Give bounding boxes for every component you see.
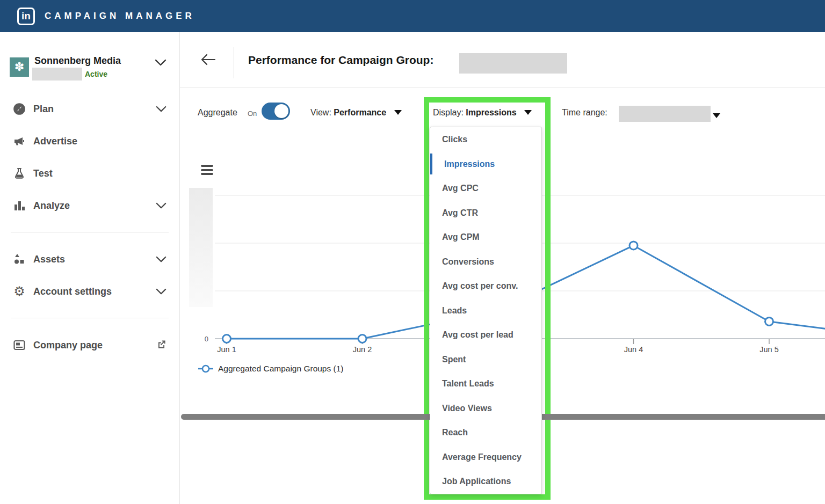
company-page-icon bbox=[12, 339, 27, 352]
svg-text:Jun 2: Jun 2 bbox=[353, 345, 372, 354]
sidebar-item-label: Advertise bbox=[33, 136, 167, 147]
display-value: Impressions bbox=[466, 108, 516, 117]
chevron-down-icon bbox=[156, 288, 167, 295]
display-dropdown-menu: ClicksImpressionsAvg CPCAvg CTRAvg CPMCo… bbox=[430, 127, 542, 494]
back-button[interactable] bbox=[199, 50, 218, 69]
caret-down-icon bbox=[524, 110, 532, 115]
chart-menu-button[interactable] bbox=[201, 165, 213, 177]
sidebar-item-account-settings[interactable]: ⚙Account settings bbox=[0, 275, 179, 308]
legend-marker-icon bbox=[198, 364, 214, 373]
external-link-icon bbox=[156, 339, 167, 352]
view-label: View: bbox=[310, 108, 331, 117]
sidebar-item-assets[interactable]: Assets bbox=[0, 243, 179, 275]
aggregate-state-label: On bbox=[248, 109, 257, 118]
sidebar-item-label: Test bbox=[33, 168, 167, 179]
redacted-campaign-group-name bbox=[459, 53, 567, 74]
header-divider bbox=[234, 47, 234, 78]
display-option-label: Clicks bbox=[442, 135, 467, 144]
chevron-down-icon bbox=[155, 59, 167, 67]
sidebar-item-analyze[interactable]: Analyze bbox=[0, 189, 179, 222]
display-option-impressions[interactable]: Impressions bbox=[430, 152, 541, 177]
display-option-label: Avg CPC bbox=[442, 184, 479, 193]
top-navigation-bar: in CAMPAIGN MANAGER bbox=[0, 0, 825, 32]
sidebar: ✽ Sonnenberg Media Active PlanAdvertiseT… bbox=[0, 32, 180, 504]
display-option-video-views[interactable]: Video Views bbox=[430, 396, 541, 421]
sidebar-item-label: Plan bbox=[33, 104, 156, 115]
display-option-average-frequency[interactable]: Average Frequency bbox=[430, 445, 541, 470]
svg-text:Jun 1: Jun 1 bbox=[217, 345, 236, 354]
display-option-label: Avg cost per conv. bbox=[442, 281, 518, 290]
caret-down-icon bbox=[394, 110, 402, 115]
redacted-time-range-value bbox=[619, 106, 711, 122]
display-option-avg-ctr[interactable]: Avg CTR bbox=[430, 201, 541, 225]
display-option-clicks[interactable]: Clicks bbox=[430, 127, 541, 152]
flask-icon bbox=[12, 166, 27, 180]
display-option-label: Impressions bbox=[444, 159, 495, 169]
time-range-dropdown[interactable]: Time range: bbox=[562, 108, 607, 118]
page-title: Performance for Campaign Group: bbox=[248, 54, 433, 67]
sidebar-item-test[interactable]: Test bbox=[0, 157, 179, 189]
sidebar-item-label: Account settings bbox=[33, 286, 156, 297]
account-name: Sonnenberg Media bbox=[34, 55, 121, 67]
display-option-leads[interactable]: Leads bbox=[430, 298, 541, 323]
display-option-label: Reach bbox=[442, 428, 468, 437]
sidebar-divider bbox=[11, 232, 169, 232]
chart-legend-item[interactable]: Aggregated Campaign Groups (1) bbox=[198, 364, 344, 374]
display-option-job-applications[interactable]: Job Applications bbox=[430, 469, 541, 494]
sidebar-divider bbox=[11, 318, 169, 318]
display-option-talent-leads[interactable]: Talent Leads bbox=[430, 371, 541, 396]
campaign-manager-app: in CAMPAIGN MANAGER ✽ Sonnenberg Media A… bbox=[0, 0, 825, 504]
display-option-label: Video Views bbox=[442, 404, 492, 413]
svg-text:Jun 4: Jun 4 bbox=[624, 345, 643, 354]
view-value: Performance bbox=[334, 108, 386, 117]
display-option-avg-cpc[interactable]: Avg CPC bbox=[430, 176, 541, 201]
chevron-down-icon bbox=[156, 106, 167, 113]
aggregate-toggle[interactable] bbox=[262, 103, 290, 120]
sidebar-item-label: Company page bbox=[33, 340, 156, 351]
display-label: Display: bbox=[433, 108, 464, 117]
display-option-avg-cpm[interactable]: Avg CPM bbox=[430, 225, 541, 250]
gear-icon: ⚙ bbox=[12, 285, 27, 298]
compass-icon bbox=[12, 102, 27, 116]
sidebar-item-company-page[interactable]: Company page bbox=[0, 329, 179, 361]
display-option-avg-cost-per-conv-[interactable]: Avg cost per conv. bbox=[430, 274, 541, 298]
display-option-label: Avg CTR bbox=[442, 208, 478, 217]
aggregate-label: Aggregate bbox=[198, 108, 237, 118]
display-option-label: Leads bbox=[442, 306, 467, 315]
shapes-icon bbox=[12, 253, 27, 266]
redacted-y-axis-labels bbox=[189, 188, 213, 307]
toggle-knob bbox=[274, 104, 288, 118]
display-option-label: Conversions bbox=[442, 257, 494, 266]
linkedin-logo-text: in bbox=[21, 11, 31, 21]
display-option-label: Average Frequency bbox=[442, 452, 522, 462]
chevron-down-icon bbox=[156, 202, 167, 209]
display-option-reach[interactable]: Reach bbox=[430, 420, 541, 445]
selected-option-indicator bbox=[430, 154, 432, 175]
account-switcher[interactable]: ✽ Sonnenberg Media Active bbox=[0, 32, 179, 89]
sidebar-item-label: Analyze bbox=[33, 200, 156, 211]
sidebar-item-label: Assets bbox=[33, 254, 156, 265]
display-option-label: Talent Leads bbox=[442, 379, 494, 388]
display-option-label: Spent bbox=[442, 355, 466, 364]
bar-chart-icon bbox=[12, 199, 27, 212]
legend-label: Aggregated Campaign Groups (1) bbox=[218, 364, 344, 374]
display-option-avg-cost-per-lead[interactable]: Avg cost per lead bbox=[430, 323, 541, 347]
display-option-label: Avg cost per lead bbox=[442, 330, 513, 339]
linkedin-logo-icon[interactable]: in bbox=[17, 8, 35, 25]
display-option-spent[interactable]: Spent bbox=[430, 347, 541, 372]
display-option-conversions[interactable]: Conversions bbox=[430, 250, 541, 274]
caret-down-icon bbox=[713, 111, 720, 120]
chevron-down-icon bbox=[156, 256, 167, 263]
app-title: CAMPAIGN MANAGER bbox=[45, 11, 195, 21]
account-avatar: ✽ bbox=[10, 57, 29, 77]
display-option-label: Avg CPM bbox=[442, 232, 480, 242]
svg-text:Jun 5: Jun 5 bbox=[759, 345, 778, 354]
sidebar-item-advertise[interactable]: Advertise bbox=[0, 125, 179, 157]
sidebar-item-plan[interactable]: Plan bbox=[0, 93, 179, 125]
display-option-label: Job Applications bbox=[442, 477, 511, 486]
view-dropdown[interactable]: View: Performance bbox=[310, 108, 402, 118]
header-separator bbox=[180, 87, 825, 88]
display-dropdown[interactable]: Display: Impressions bbox=[433, 108, 532, 118]
time-range-label: Time range: bbox=[562, 108, 607, 117]
account-status-badge: Active bbox=[85, 70, 107, 78]
